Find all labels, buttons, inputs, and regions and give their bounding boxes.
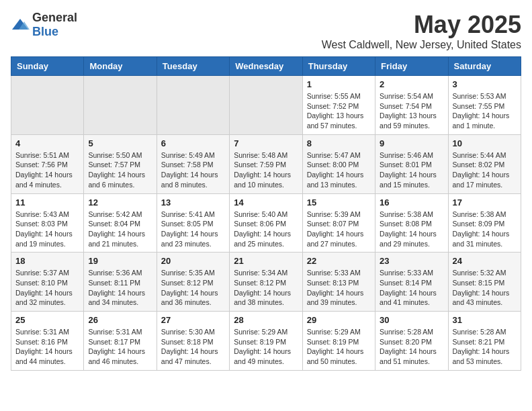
day-info: Sunrise: 5:47 AM Sunset: 8:00 PM Dayligh… bbox=[307, 150, 371, 190]
calendar-day-cell: 9Sunrise: 5:46 AM Sunset: 8:01 PM Daylig… bbox=[375, 134, 448, 193]
day-info: Sunrise: 5:48 AM Sunset: 7:59 PM Dayligh… bbox=[234, 150, 298, 190]
day-number: 28 bbox=[234, 315, 298, 325]
day-number: 8 bbox=[307, 138, 371, 148]
calendar-day-cell: 4Sunrise: 5:51 AM Sunset: 7:56 PM Daylig… bbox=[11, 134, 84, 193]
logo-general: General bbox=[32, 11, 77, 24]
calendar-day-cell: 29Sunrise: 5:29 AM Sunset: 8:19 PM Dayli… bbox=[302, 312, 375, 371]
day-number: 18 bbox=[15, 256, 79, 266]
day-number: 6 bbox=[161, 138, 225, 148]
day-number: 17 bbox=[453, 197, 517, 208]
day-info: Sunrise: 5:28 AM Sunset: 8:20 PM Dayligh… bbox=[380, 327, 443, 367]
day-info: Sunrise: 5:29 AM Sunset: 8:19 PM Dayligh… bbox=[234, 327, 298, 367]
weekday-header-monday: Monday bbox=[84, 57, 157, 76]
day-number: 12 bbox=[88, 197, 152, 208]
day-number: 25 bbox=[15, 315, 79, 325]
day-number: 9 bbox=[380, 138, 443, 148]
calendar-day-cell: 1Sunrise: 5:55 AM Sunset: 7:52 PM Daylig… bbox=[302, 76, 375, 135]
calendar-day-cell: 2Sunrise: 5:54 AM Sunset: 7:54 PM Daylig… bbox=[375, 76, 448, 135]
day-number: 3 bbox=[453, 79, 517, 89]
day-info: Sunrise: 5:51 AM Sunset: 7:56 PM Dayligh… bbox=[15, 150, 79, 190]
day-info: Sunrise: 5:33 AM Sunset: 8:13 PM Dayligh… bbox=[307, 268, 371, 308]
logo: General Blue bbox=[11, 11, 77, 39]
day-info: Sunrise: 5:38 AM Sunset: 8:08 PM Dayligh… bbox=[380, 210, 443, 249]
calendar-week-row: 4Sunrise: 5:51 AM Sunset: 7:56 PM Daylig… bbox=[11, 134, 521, 193]
day-info: Sunrise: 5:55 AM Sunset: 7:52 PM Dayligh… bbox=[307, 91, 371, 131]
day-info: Sunrise: 5:39 AM Sunset: 8:07 PM Dayligh… bbox=[307, 210, 371, 249]
logo-text: General Blue bbox=[32, 11, 77, 39]
month-title: May 2025 bbox=[322, 11, 521, 39]
calendar-day-cell: 11Sunrise: 5:43 AM Sunset: 8:03 PM Dayli… bbox=[11, 193, 84, 253]
weekday-header-wednesday: Wednesday bbox=[230, 57, 302, 76]
calendar-day-cell bbox=[11, 76, 84, 135]
day-info: Sunrise: 5:42 AM Sunset: 8:04 PM Dayligh… bbox=[88, 210, 152, 249]
calendar-day-cell: 26Sunrise: 5:31 AM Sunset: 8:17 PM Dayli… bbox=[84, 312, 157, 371]
day-number: 15 bbox=[307, 197, 371, 208]
calendar-day-cell bbox=[230, 76, 302, 135]
calendar-week-row: 11Sunrise: 5:43 AM Sunset: 8:03 PM Dayli… bbox=[11, 193, 521, 253]
day-number: 11 bbox=[15, 197, 79, 208]
day-info: Sunrise: 5:54 AM Sunset: 7:54 PM Dayligh… bbox=[380, 91, 443, 131]
day-number: 19 bbox=[88, 256, 152, 266]
day-number: 7 bbox=[234, 138, 298, 148]
day-number: 31 bbox=[453, 315, 517, 325]
weekday-header-saturday: Saturday bbox=[448, 57, 521, 76]
weekday-header-tuesday: Tuesday bbox=[157, 57, 229, 76]
calendar-week-row: 18Sunrise: 5:37 AM Sunset: 8:10 PM Dayli… bbox=[11, 253, 521, 312]
calendar-day-cell bbox=[157, 76, 229, 135]
calendar-day-cell: 28Sunrise: 5:29 AM Sunset: 8:19 PM Dayli… bbox=[230, 312, 302, 371]
calendar-day-cell: 24Sunrise: 5:32 AM Sunset: 8:15 PM Dayli… bbox=[448, 253, 521, 312]
weekday-header-row: SundayMondayTuesdayWednesdayThursdayFrid… bbox=[11, 57, 521, 76]
calendar-day-cell: 30Sunrise: 5:28 AM Sunset: 8:20 PM Dayli… bbox=[375, 312, 448, 371]
day-number: 4 bbox=[15, 138, 79, 148]
day-info: Sunrise: 5:46 AM Sunset: 8:01 PM Dayligh… bbox=[380, 150, 443, 190]
day-number: 13 bbox=[161, 197, 225, 208]
day-info: Sunrise: 5:37 AM Sunset: 8:10 PM Dayligh… bbox=[15, 268, 79, 308]
calendar-day-cell: 17Sunrise: 5:38 AM Sunset: 8:09 PM Dayli… bbox=[448, 193, 521, 253]
calendar-day-cell: 13Sunrise: 5:41 AM Sunset: 8:05 PM Dayli… bbox=[157, 193, 229, 253]
calendar-day-cell: 10Sunrise: 5:44 AM Sunset: 8:02 PM Dayli… bbox=[448, 134, 521, 193]
calendar-day-cell: 31Sunrise: 5:28 AM Sunset: 8:21 PM Dayli… bbox=[448, 312, 521, 371]
calendar-day-cell: 27Sunrise: 5:30 AM Sunset: 8:18 PM Dayli… bbox=[157, 312, 229, 371]
day-number: 10 bbox=[453, 138, 517, 148]
day-number: 27 bbox=[161, 315, 225, 325]
calendar-day-cell: 20Sunrise: 5:35 AM Sunset: 8:12 PM Dayli… bbox=[157, 253, 229, 312]
calendar-day-cell bbox=[84, 76, 157, 135]
day-number: 21 bbox=[234, 256, 298, 266]
calendar-day-cell: 18Sunrise: 5:37 AM Sunset: 8:10 PM Dayli… bbox=[11, 253, 84, 312]
day-info: Sunrise: 5:43 AM Sunset: 8:03 PM Dayligh… bbox=[15, 210, 79, 249]
calendar-day-cell: 19Sunrise: 5:36 AM Sunset: 8:11 PM Dayli… bbox=[84, 253, 157, 312]
calendar-day-cell: 22Sunrise: 5:33 AM Sunset: 8:13 PM Dayli… bbox=[302, 253, 375, 312]
calendar-day-cell: 21Sunrise: 5:34 AM Sunset: 8:12 PM Dayli… bbox=[230, 253, 302, 312]
calendar-day-cell: 7Sunrise: 5:48 AM Sunset: 7:59 PM Daylig… bbox=[230, 134, 302, 193]
day-number: 20 bbox=[161, 256, 225, 266]
day-number: 14 bbox=[234, 197, 298, 208]
day-info: Sunrise: 5:30 AM Sunset: 8:18 PM Dayligh… bbox=[161, 327, 225, 367]
calendar-table: SundayMondayTuesdayWednesdayThursdayFrid… bbox=[11, 56, 521, 371]
logo-blue: Blue bbox=[32, 25, 58, 38]
day-info: Sunrise: 5:34 AM Sunset: 8:12 PM Dayligh… bbox=[234, 268, 298, 308]
day-info: Sunrise: 5:41 AM Sunset: 8:05 PM Dayligh… bbox=[161, 210, 225, 249]
calendar-week-row: 1Sunrise: 5:55 AM Sunset: 7:52 PM Daylig… bbox=[11, 76, 521, 135]
day-number: 23 bbox=[380, 256, 443, 266]
calendar-day-cell: 3Sunrise: 5:53 AM Sunset: 7:55 PM Daylig… bbox=[448, 76, 521, 135]
weekday-header-thursday: Thursday bbox=[302, 57, 375, 76]
day-info: Sunrise: 5:50 AM Sunset: 7:57 PM Dayligh… bbox=[88, 150, 152, 190]
day-info: Sunrise: 5:28 AM Sunset: 8:21 PM Dayligh… bbox=[453, 327, 517, 367]
calendar-day-cell: 6Sunrise: 5:49 AM Sunset: 7:58 PM Daylig… bbox=[157, 134, 229, 193]
day-info: Sunrise: 5:44 AM Sunset: 8:02 PM Dayligh… bbox=[453, 150, 517, 190]
calendar-day-cell: 5Sunrise: 5:50 AM Sunset: 7:57 PM Daylig… bbox=[84, 134, 157, 193]
calendar-day-cell: 25Sunrise: 5:31 AM Sunset: 8:16 PM Dayli… bbox=[11, 312, 84, 371]
day-number: 29 bbox=[307, 315, 371, 325]
day-info: Sunrise: 5:53 AM Sunset: 7:55 PM Dayligh… bbox=[453, 91, 517, 131]
page-header: General Blue May 2025 West Caldwell, New… bbox=[11, 11, 521, 51]
day-number: 1 bbox=[307, 79, 371, 89]
day-info: Sunrise: 5:35 AM Sunset: 8:12 PM Dayligh… bbox=[161, 268, 225, 308]
calendar-day-cell: 12Sunrise: 5:42 AM Sunset: 8:04 PM Dayli… bbox=[84, 193, 157, 253]
calendar-day-cell: 14Sunrise: 5:40 AM Sunset: 8:06 PM Dayli… bbox=[230, 193, 302, 253]
title-block: May 2025 West Caldwell, New Jersey, Unit… bbox=[322, 11, 521, 51]
weekday-header-friday: Friday bbox=[375, 57, 448, 76]
day-info: Sunrise: 5:40 AM Sunset: 8:06 PM Dayligh… bbox=[234, 210, 298, 249]
calendar-day-cell: 8Sunrise: 5:47 AM Sunset: 8:00 PM Daylig… bbox=[302, 134, 375, 193]
day-number: 30 bbox=[380, 315, 443, 325]
day-info: Sunrise: 5:33 AM Sunset: 8:14 PM Dayligh… bbox=[380, 268, 443, 308]
